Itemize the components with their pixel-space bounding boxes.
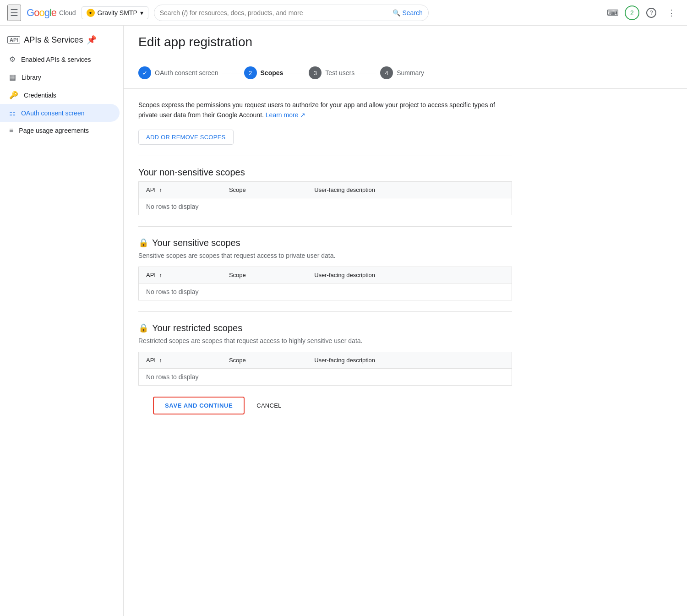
- help-icon: ?: [646, 8, 656, 18]
- non-sensitive-section: Your non-sensitive scopes API ↑ Scope Us…: [138, 167, 512, 215]
- col-description: User-facing description: [307, 181, 512, 198]
- search-input[interactable]: [160, 9, 389, 16]
- more-icon: ⋮: [667, 8, 676, 18]
- main-content: Edit app registration ✓ OAuth consent sc…: [124, 26, 687, 616]
- step-label-summary: Summary: [397, 69, 424, 76]
- lock-icon-sensitive: 🔒: [138, 238, 148, 248]
- badge-count: 2: [630, 9, 634, 16]
- non-sensitive-title-text: Your non-sensitive scopes: [138, 167, 245, 178]
- project-name: Gravity SMTP: [98, 9, 137, 16]
- sidebar-item-label: Enabled APIs & services: [21, 56, 91, 63]
- sidebar-item-label: Page usage agreements: [19, 127, 89, 134]
- sidebar-item-library[interactable]: ▦ Library: [0, 68, 120, 86]
- col-description: User-facing description: [307, 267, 512, 283]
- notifications-badge[interactable]: 2: [625, 5, 639, 20]
- table-row: No rows to display: [139, 368, 512, 385]
- sidebar-item-label: OAuth consent screen: [21, 109, 85, 117]
- project-dropdown-icon: ▾: [140, 9, 143, 16]
- sidebar-item-oauth-consent[interactable]: ⚏ OAuth consent screen: [0, 104, 120, 122]
- step-label-oauth: OAuth consent screen: [155, 69, 218, 76]
- col-api-label: API: [146, 186, 156, 193]
- sensitive-section: 🔒 Your sensitive scopes Sensitive scopes…: [138, 238, 512, 300]
- search-button-label: Search: [402, 9, 422, 16]
- step-divider-1: [222, 73, 240, 73]
- step-label-test-users: Test users: [325, 69, 354, 76]
- step-divider-3: [358, 73, 376, 73]
- nav-right-actions: ⌨ 2 ? ⋮: [605, 5, 680, 21]
- top-nav: ☰ Google Cloud ● Gravity SMTP ▾ 🔍 Search…: [0, 0, 687, 26]
- sidebar-item-credentials[interactable]: 🔑 Credentials: [0, 86, 120, 104]
- table-row: No rows to display: [139, 198, 512, 215]
- google-cloud-logo: Google Cloud: [27, 7, 76, 19]
- sort-icon[interactable]: ↑: [159, 357, 162, 364]
- empty-message: No rows to display: [139, 368, 512, 385]
- table-header-row: API ↑ Scope User-facing description: [139, 181, 512, 198]
- step-oauth-consent: ✓ OAuth consent screen: [138, 66, 218, 79]
- app-layout: API APIs & Services 📌 ⚙ Enabled APIs & s…: [0, 26, 687, 616]
- non-sensitive-table: API ↑ Scope User-facing description No r…: [138, 181, 512, 215]
- library-icon: ▦: [9, 73, 16, 82]
- terminal-button[interactable]: ⌨: [605, 5, 621, 21]
- sidebar-item-page-usage[interactable]: ≡ Page usage agreements: [0, 122, 120, 139]
- external-link-icon: ↗: [300, 111, 305, 119]
- table-row: No rows to display: [139, 283, 512, 300]
- col-api-label: API: [146, 272, 156, 278]
- sensitive-subtitle: Sensitive scopes are scopes that request…: [138, 252, 512, 259]
- content-area: Scopes express the permissions you reque…: [124, 89, 527, 436]
- terminal-icon: ⌨: [607, 8, 619, 18]
- page-usage-icon: ≡: [9, 126, 13, 135]
- help-button[interactable]: ?: [643, 5, 660, 21]
- step-summary: 4 Summary: [380, 66, 424, 79]
- project-dot-icon: ●: [87, 9, 95, 17]
- page-title: Edit app registration: [138, 35, 672, 49]
- api-badge: API: [7, 36, 20, 44]
- sidebar-title: APIs & Services: [24, 35, 83, 45]
- non-sensitive-title: Your non-sensitive scopes: [138, 167, 512, 178]
- col-api: API ↑: [139, 181, 222, 198]
- learn-more-link[interactable]: Learn more ↗: [266, 111, 305, 119]
- col-description: User-facing description: [307, 352, 512, 368]
- search-bar: 🔍 Search: [154, 5, 429, 21]
- empty-message: No rows to display: [139, 198, 512, 215]
- step-circle-4: 4: [380, 66, 393, 79]
- restricted-section: 🔒 Your restricted scopes Restricted scop…: [138, 323, 512, 386]
- save-and-continue-button[interactable]: SAVE AND CONTINUE: [153, 397, 245, 414]
- col-api: API ↑: [139, 267, 222, 283]
- col-scope: Scope: [222, 267, 307, 283]
- oauth-icon: ⚏: [9, 109, 16, 117]
- hamburger-button[interactable]: ☰: [7, 5, 21, 21]
- search-button[interactable]: 🔍 Search: [393, 9, 422, 16]
- step-circle-2: 2: [244, 66, 257, 79]
- sidebar-header: API APIs & Services 📌: [0, 29, 123, 50]
- table-header-row: API ↑ Scope User-facing description: [139, 352, 512, 368]
- col-api-label: API: [146, 357, 156, 364]
- learn-more-label: Learn more: [266, 111, 299, 119]
- sort-icon[interactable]: ↑: [159, 187, 162, 193]
- step-circle-1: ✓: [138, 66, 151, 79]
- intro-paragraph: Scopes express the permissions you reque…: [138, 100, 512, 120]
- step-label-scopes: Scopes: [261, 69, 284, 76]
- project-selector[interactable]: ● Gravity SMTP ▾: [82, 6, 148, 19]
- credentials-icon: 🔑: [9, 91, 18, 99]
- empty-message: No rows to display: [139, 283, 512, 300]
- lock-icon-restricted: 🔒: [138, 323, 148, 333]
- stepper: ✓ OAuth consent screen 2 Scopes 3 Test u…: [124, 57, 687, 89]
- add-remove-scopes-button[interactable]: ADD OR REMOVE SCOPES: [138, 130, 234, 145]
- footer-actions: SAVE AND CONTINUE CANCEL: [138, 386, 512, 425]
- sort-icon[interactable]: ↑: [159, 272, 162, 278]
- sensitive-title: 🔒 Your sensitive scopes: [138, 238, 512, 248]
- cloud-text: Cloud: [59, 9, 76, 16]
- restricted-title-text: Your restricted scopes: [152, 323, 242, 333]
- cancel-button[interactable]: CANCEL: [252, 398, 286, 414]
- divider-3: [138, 311, 512, 312]
- sidebar: API APIs & Services 📌 ⚙ Enabled APIs & s…: [0, 26, 124, 616]
- more-options-button[interactable]: ⋮: [663, 5, 680, 21]
- enabled-apis-icon: ⚙: [9, 55, 16, 64]
- col-api: API ↑: [139, 352, 222, 368]
- step-scopes: 2 Scopes: [244, 66, 284, 79]
- sensitive-table: API ↑ Scope User-facing description No r…: [138, 267, 512, 300]
- sidebar-item-enabled-apis[interactable]: ⚙ Enabled APIs & services: [0, 50, 120, 68]
- sidebar-item-label: Credentials: [24, 92, 56, 99]
- step-test-users: 3 Test users: [309, 66, 354, 79]
- pin-icon[interactable]: 📌: [87, 35, 97, 45]
